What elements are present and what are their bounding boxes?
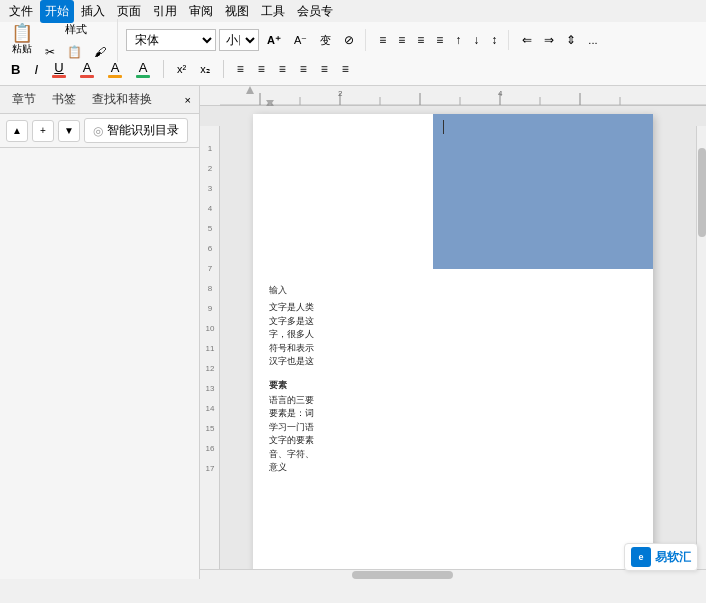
nav-add-button[interactable]: +	[32, 120, 54, 142]
para-btn1[interactable]: ≡	[374, 30, 391, 50]
panel-content	[0, 148, 199, 579]
vruler-num-2: 2	[202, 164, 218, 173]
menu-tools[interactable]: 工具	[256, 0, 290, 23]
para-btn5[interactable]: ↑	[450, 30, 466, 50]
ribbon-row1: 📋 粘贴 样式 ✂ 📋 🖌 宋体	[6, 26, 700, 54]
line-spacing[interactable]: ⇕	[561, 30, 581, 50]
more-btn[interactable]: ...	[583, 31, 602, 49]
ribbon-row2: B I U A A A x² x₂	[6, 57, 700, 81]
vertical-scrollbar[interactable]	[696, 126, 706, 569]
underline-button[interactable]: U	[47, 57, 71, 81]
para-btn3[interactable]: ≡	[412, 30, 429, 50]
document-page: 输入 文字是人类 文字多是这 字，很多人 符号和表示 汉字也是这 要素 语言的三…	[253, 114, 653, 569]
vruler-num-1: 1	[202, 144, 218, 153]
menu-review[interactable]: 审阅	[184, 0, 218, 23]
watermark-icon: e	[631, 547, 651, 567]
tab-bookmark[interactable]: 书签	[44, 87, 84, 112]
tab-chapter[interactable]: 章节	[4, 87, 44, 112]
clear-format-button[interactable]: ⊘	[339, 30, 359, 50]
italic-button[interactable]: I	[29, 59, 43, 80]
change-case-button[interactable]: 变	[315, 30, 336, 51]
subscript-button[interactable]: x₂	[195, 60, 215, 79]
menu-member[interactable]: 会员专	[292, 0, 338, 23]
vruler-num-4: 4	[202, 204, 218, 213]
panel-close-button[interactable]: ×	[181, 92, 195, 108]
font-color-button[interactable]: A	[75, 57, 99, 81]
dist-button[interactable]: ≡	[316, 59, 333, 79]
vruler-num-10: 10	[202, 324, 218, 333]
align-left-button[interactable]: ≡	[232, 59, 249, 79]
font-size-select[interactable]: 小四	[219, 29, 259, 51]
vruler-num-15: 15	[202, 424, 218, 433]
para-btn2[interactable]: ≡	[393, 30, 410, 50]
toc-icon: ◎	[93, 124, 103, 138]
doc-scroll[interactable]: 输入 文字是人类 文字多是这 字，很多人 符号和表示 汉字也是这 要素 语言的三…	[220, 106, 706, 569]
section1-text: 文字是人类 文字多是这 字，很多人 符号和表示 汉字也是这	[269, 301, 637, 369]
watermark: e 易软汇	[624, 543, 698, 571]
nav-up-button[interactable]: ▲	[6, 120, 28, 142]
font-grow-button[interactable]: A⁺	[262, 31, 286, 50]
indent-button[interactable]: ≡	[337, 59, 354, 79]
main-layout: 章节 书签 查找和替换 × ▲ + ▼ ◎	[0, 86, 706, 579]
vruler-num-13: 13	[202, 384, 218, 393]
section2-text: 语言的三要 要素是：词 学习一门语 文字的要素 音、字符、 意义	[269, 394, 637, 475]
vruler-num-9: 9	[202, 304, 218, 313]
section2-title: 要素	[269, 379, 637, 392]
section1-title: 输入	[269, 284, 637, 297]
font-shrink-button[interactable]: A⁻	[289, 31, 312, 50]
vruler-num-3: 3	[202, 184, 218, 193]
vertical-ruler: 1 2 3 4 5 6 7 8 9 10 11 12 13 14 15 16 1…	[200, 126, 220, 569]
vruler-num-14: 14	[202, 404, 218, 413]
bold-button[interactable]: B	[6, 59, 25, 80]
indent-increase[interactable]: ⇒	[539, 30, 559, 50]
style-button[interactable]: 样式	[40, 19, 111, 40]
page-content: 输入 文字是人类 文字多是这 字，很多人 符号和表示 汉字也是这 要素 语言的三…	[253, 114, 653, 495]
paste-button[interactable]: 📋 粘贴	[6, 19, 38, 62]
sort-button[interactable]: ↕	[486, 30, 502, 50]
align-right-button[interactable]: ≡	[274, 59, 291, 79]
indent-decrease[interactable]: ⇐	[517, 30, 537, 50]
vruler-num-16: 16	[202, 444, 218, 453]
horizontal-ruler: for(let i=0;i<60;i++){ const x=i*8; cons…	[200, 86, 706, 106]
vruler-num-7: 7	[202, 264, 218, 273]
h-scrollbar-thumb[interactable]	[352, 571, 453, 579]
vruler-num-12: 12	[202, 364, 218, 373]
document-area: for(let i=0;i<60;i++){ const x=i*8; cons…	[200, 86, 706, 579]
bg-color-button[interactable]: A	[131, 57, 155, 81]
para-btn6[interactable]: ↓	[468, 30, 484, 50]
panel-tabs: 章节 书签 查找和替换 ×	[0, 86, 199, 114]
justify-button[interactable]: ≡	[295, 59, 312, 79]
left-panel: 章节 书签 查找和替换 × ▲ + ▼ ◎	[0, 86, 200, 579]
vruler-num-8: 8	[202, 284, 218, 293]
svg-marker-13	[246, 86, 254, 94]
panel-toolbar: ▲ + ▼ ◎ 智能识别目录	[0, 114, 199, 148]
para-btn4[interactable]: ≡	[431, 30, 448, 50]
vruler-num-6: 6	[202, 244, 218, 253]
align-center-button[interactable]: ≡	[253, 59, 270, 79]
svg-text:2: 2	[338, 89, 343, 98]
tab-find-replace[interactable]: 查找和替换	[84, 87, 160, 112]
vruler-num-5: 5	[202, 224, 218, 233]
font-family-select[interactable]: 宋体	[126, 29, 216, 51]
highlight-button[interactable]: A	[103, 57, 127, 81]
ribbon: 📋 粘贴 样式 ✂ 📋 🖌 宋体	[0, 22, 706, 86]
nav-down-button[interactable]: ▼	[58, 120, 80, 142]
svg-text:4: 4	[498, 89, 503, 98]
menu-ref[interactable]: 引用	[148, 0, 182, 23]
vruler-num-17: 17	[202, 464, 218, 473]
toc-button[interactable]: ◎ 智能识别目录	[84, 118, 188, 143]
superscript-button[interactable]: x²	[172, 60, 191, 78]
menu-view[interactable]: 视图	[220, 0, 254, 23]
vruler-num-11: 11	[202, 344, 218, 353]
scrollbar-thumb[interactable]	[698, 148, 706, 237]
